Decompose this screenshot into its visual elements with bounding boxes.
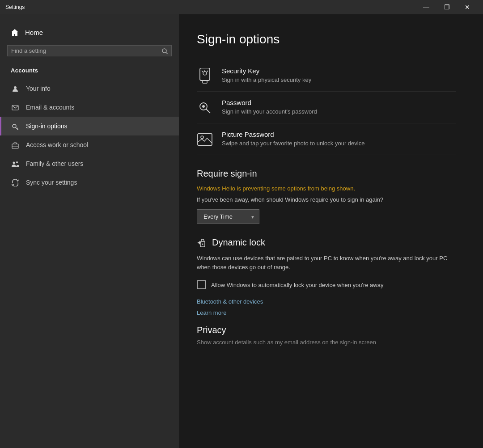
sidebar-item-access-work[interactable]: Access work or school: [0, 135, 179, 154]
search-input[interactable]: [11, 47, 162, 54]
home-nav-item[interactable]: Home: [0, 23, 179, 42]
password-title: Password: [222, 99, 456, 106]
maximize-button[interactable]: ❐: [436, 0, 457, 14]
password-option[interactable]: Password Sign in with your account's pas…: [197, 92, 456, 123]
sidebar-item-your-info[interactable]: Your info: [0, 79, 179, 98]
dynamic-lock-body: Windows can use devices that are paired …: [197, 254, 456, 271]
home-icon: [11, 28, 19, 37]
svg-line-20: [208, 110, 209, 112]
dynamic-lock-icon: ✦: [197, 238, 207, 248]
svg-point-19: [202, 105, 205, 108]
group-icon: [11, 160, 20, 168]
email-icon: [11, 103, 20, 111]
page-title: Sign-in options: [197, 32, 456, 46]
windows-hello-warning: Windows Hello is preventing some options…: [197, 185, 456, 192]
main-layout: Home Accounts Your info: [0, 14, 483, 448]
sidebar-nav: Your info Email & accounts: [0, 79, 179, 192]
family-users-label: Family & other users: [26, 160, 83, 167]
search-icon: [162, 47, 168, 54]
svg-line-1: [166, 52, 168, 54]
person-icon: [11, 85, 20, 93]
content-area: Sign-in options Security Key Sign in wit…: [179, 14, 483, 448]
key-icon: [11, 122, 20, 130]
learn-more-link[interactable]: Learn more: [197, 309, 456, 316]
security-key-text: Security Key Sign in with a physical sec…: [222, 67, 456, 83]
require-signin-description: If you've been away, when should Windows…: [197, 196, 456, 203]
picture-password-option[interactable]: Picture Password Swipe and tap your favo…: [197, 123, 456, 155]
svg-point-10: [16, 161, 18, 163]
picture-password-desc: Swipe and tap your favorite photo to unl…: [222, 140, 456, 147]
svg-point-22: [201, 136, 203, 139]
email-accounts-label: Email & accounts: [26, 104, 74, 111]
svg-rect-21: [198, 134, 212, 145]
sidebar-item-family-users[interactable]: Family & other users: [0, 154, 179, 173]
svg-line-15: [202, 71, 203, 72]
security-key-desc: Sign in with a physical security key: [222, 76, 456, 83]
picture-password-title: Picture Password: [222, 131, 456, 138]
svg-point-25: [202, 243, 203, 245]
password-desc: Sign in with your account's password: [222, 108, 456, 115]
window-controls: — ❐ ✕: [416, 0, 478, 14]
svg-point-0: [162, 49, 166, 53]
access-work-label: Access work or school: [26, 141, 88, 148]
svg-point-13: [203, 72, 207, 75]
sidebar-item-sign-in-options[interactable]: Sign-in options: [0, 117, 179, 135]
close-button[interactable]: ✕: [457, 0, 478, 14]
search-box[interactable]: [7, 45, 172, 56]
svg-line-16: [207, 71, 208, 72]
privacy-header: Privacy: [197, 325, 456, 335]
require-signin-header: Require sign-in: [197, 169, 456, 179]
security-key-title: Security Key: [222, 67, 456, 75]
auto-lock-label: Allow Windows to automatically lock your…: [211, 282, 383, 288]
picture-password-icon: [197, 131, 213, 148]
sync-label: Sync your settings: [26, 179, 77, 186]
sign-in-options-label: Sign-in options: [26, 123, 68, 130]
svg-point-2: [14, 86, 17, 89]
security-key-option[interactable]: Security Key Sign in with a physical sec…: [197, 60, 456, 92]
auto-lock-checkbox-row[interactable]: Allow Windows to automatically lock your…: [197, 280, 456, 289]
window-title: Settings: [5, 4, 25, 10]
briefcase-icon: [11, 141, 20, 149]
sidebar: Home Accounts Your info: [0, 14, 179, 448]
privacy-desc: Show account details such as my email ad…: [197, 339, 456, 346]
sync-icon: [11, 178, 20, 186]
bluetooth-devices-link[interactable]: Bluetooth & other devices: [197, 298, 456, 305]
password-icon: [197, 100, 213, 116]
require-signin-dropdown[interactable]: Every Time Never 1 minute 3 minutes 15 m…: [197, 209, 259, 224]
svg-line-6: [17, 128, 18, 129]
minimize-button[interactable]: —: [416, 0, 436, 14]
dynamic-lock-header: ✦ Dynamic lock: [197, 237, 456, 248]
svg-point-9: [13, 161, 15, 164]
require-signin-dropdown-wrapper[interactable]: Every Time Never 1 minute 3 minutes 15 m…: [197, 209, 259, 224]
title-bar: Settings — ❐ ✕: [0, 0, 483, 14]
sidebar-item-email-accounts[interactable]: Email & accounts: [0, 98, 179, 117]
picture-password-text: Picture Password Swipe and tap your favo…: [222, 131, 456, 147]
dynamic-lock-title: Dynamic lock: [212, 237, 265, 248]
security-key-icon: [197, 68, 213, 84]
your-info-label: Your info: [26, 85, 51, 92]
auto-lock-checkbox[interactable]: [197, 280, 206, 289]
svg-point-4: [13, 124, 16, 128]
home-label: Home: [25, 29, 43, 36]
sidebar-item-sync[interactable]: Sync your settings: [0, 173, 179, 192]
password-text: Password Sign in with your account's pas…: [222, 99, 456, 115]
accounts-section-label: Accounts: [0, 63, 179, 79]
